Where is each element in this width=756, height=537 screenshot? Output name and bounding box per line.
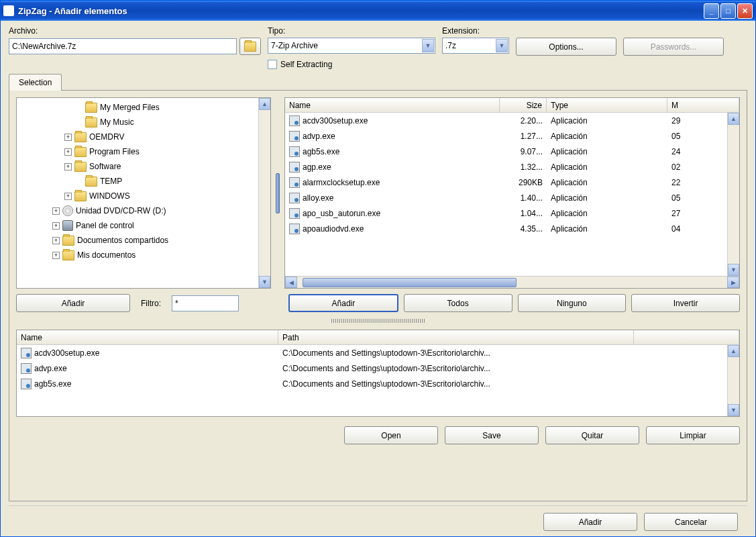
scroll-left-button[interactable]: ◀ — [285, 277, 297, 288]
expand-icon[interactable]: + — [52, 237, 60, 244]
scroll-up-button[interactable]: ▲ — [259, 98, 270, 110]
file-name: acdv300setup.exe — [303, 116, 368, 126]
col-sel-name[interactable]: Name — [17, 330, 278, 344]
sel-path: C:\Documents and Settings\uptodown-3\Esc… — [278, 348, 634, 358]
tree-item[interactable]: My Music — [19, 115, 268, 130]
cancelar-button[interactable]: Cancelar — [644, 513, 738, 531]
filtro-input[interactable] — [172, 295, 239, 311]
tree-item-label: Documentos compartidos — [77, 236, 168, 245]
file-row[interactable]: alarmxclocksetup.exe 290KB Aplicación 22 — [285, 175, 739, 190]
anadir-dialog-button[interactable]: Añadir — [543, 513, 637, 531]
expand-icon[interactable]: + — [52, 207, 60, 215]
archivo-input[interactable] — [9, 38, 237, 54]
scroll-right-button[interactable]: ▶ — [727, 277, 739, 288]
tree-item[interactable]: +OEMDRV — [19, 130, 268, 144]
sel-name: agb5s.exe — [34, 379, 71, 389]
exe-icon — [289, 115, 300, 126]
todos-button[interactable]: Todos — [404, 294, 512, 312]
tree-item[interactable]: +Documentos compartidos — [19, 233, 268, 248]
folder-icon — [85, 177, 97, 187]
file-name: agb5s.exe — [303, 147, 339, 156]
selected-row[interactable]: advp.exe C:\Documents and Settings\uptod… — [17, 360, 739, 376]
tree-item[interactable]: +Software — [19, 159, 268, 174]
expand-icon[interactable]: + — [52, 222, 60, 230]
selected-list[interactable]: Name Path acdv300setup.exe C:\Documents … — [16, 330, 740, 417]
scroll-up-button[interactable]: ▲ — [728, 345, 739, 357]
sel-name: acdv300setup.exe — [34, 348, 99, 358]
tree-item[interactable]: TEMP — [19, 174, 268, 189]
save-button[interactable]: Save — [445, 426, 539, 444]
file-row[interactable]: alloy.exe 1.40... Aplicación 05 — [285, 190, 739, 205]
horizontal-scrollbar[interactable]: ◀ ▶ — [285, 276, 739, 288]
file-size: 290KB — [500, 178, 547, 187]
col-size[interactable]: Size — [500, 98, 547, 112]
chevron-down-icon: ▼ — [496, 39, 508, 52]
folder-icon — [244, 42, 256, 52]
tree-item-label: My Merged Files — [100, 103, 160, 112]
file-list[interactable]: Name Size Type M acdv300setup.exe 2.20..… — [284, 97, 740, 289]
expand-icon[interactable]: + — [64, 163, 72, 170]
file-row[interactable]: apo_usb_autorun.exe 1.04... Aplicación 2… — [285, 205, 739, 221]
tree-item-label: Panel de control — [76, 221, 134, 230]
tree-item[interactable]: My Merged Files — [19, 100, 268, 115]
scrollbar-track[interactable] — [259, 110, 270, 276]
folder-icon — [62, 250, 74, 260]
extension-combo[interactable]: .7z ▼ — [442, 38, 509, 54]
tipo-value: 7-Zip Archive — [271, 41, 318, 50]
scrollbar-track[interactable] — [728, 125, 739, 264]
exe-icon — [21, 363, 32, 374]
file-row[interactable]: advp.exe 1.27... Aplicación 05 — [285, 128, 739, 144]
file-row[interactable]: apoaudiodvd.exe 4.35... Aplicación 04 — [285, 221, 739, 236]
expand-icon[interactable]: + — [64, 148, 72, 156]
file-type: Aplicación — [547, 224, 667, 234]
tree-item[interactable]: +Program Files — [19, 144, 268, 159]
horizontal-splitter[interactable] — [16, 318, 740, 324]
scroll-down-button[interactable]: ▼ — [259, 276, 270, 288]
tipo-combo[interactable]: 7-Zip Archive ▼ — [268, 38, 435, 54]
sel-path: C:\Documents and Settings\uptodown-3\Esc… — [278, 364, 634, 373]
self-extracting-checkbox[interactable] — [268, 60, 277, 69]
quitar-button[interactable]: Quitar — [545, 426, 639, 444]
expand-icon[interactable]: + — [52, 252, 60, 259]
scroll-down-button[interactable]: ▼ — [728, 404, 739, 416]
limpiar-button[interactable]: Limpiar — [646, 426, 740, 444]
folder-tree[interactable]: My Merged FilesMy Music+OEMDRV+Program F… — [16, 97, 271, 289]
maximize-button[interactable]: □ — [720, 3, 736, 19]
anadir-tree-button[interactable]: Añadir — [16, 294, 130, 312]
open-button[interactable]: Open — [344, 426, 438, 444]
scroll-up-button[interactable]: ▲ — [728, 113, 739, 125]
col-type[interactable]: Type — [547, 98, 667, 112]
anadir-list-button[interactable]: Añadir — [288, 294, 398, 312]
file-size: 4.35... — [500, 224, 547, 234]
selected-row[interactable]: agb5s.exe C:\Documents and Settings\upto… — [17, 376, 739, 391]
tree-item[interactable]: +Mis documentos — [19, 248, 268, 262]
scrollbar-track[interactable] — [728, 357, 739, 404]
file-row[interactable]: acdv300setup.exe 2.20... Aplicación 29 — [285, 113, 739, 128]
col-modified[interactable]: M — [667, 98, 739, 112]
file-row[interactable]: agp.exe 1.32... Aplicación 02 — [285, 159, 739, 175]
selected-row[interactable]: acdv300setup.exe C:\Documents and Settin… — [17, 345, 739, 360]
invertir-button[interactable]: Invertir — [631, 294, 740, 312]
tree-item[interactable]: +Unidad DVD/CD-RW (D:) — [19, 203, 268, 218]
file-type: Aplicación — [547, 132, 667, 141]
minimize-button[interactable]: _ — [704, 3, 719, 19]
tab-selection[interactable]: Selection — [9, 74, 62, 91]
window-title: ZipZag - Añadir elementos — [18, 6, 704, 16]
options-button[interactable]: Options... — [516, 38, 616, 56]
tree-item[interactable]: +Panel de control — [19, 218, 268, 233]
col-sel-blank[interactable] — [634, 330, 739, 344]
browse-button[interactable] — [239, 38, 261, 55]
expand-icon[interactable]: + — [64, 193, 72, 200]
tree-item[interactable]: +WINDOWS — [19, 189, 268, 203]
col-name[interactable]: Name — [285, 98, 500, 112]
close-button[interactable]: ✕ — [737, 3, 753, 19]
vertical-splitter[interactable] — [275, 97, 280, 289]
scroll-down-button[interactable]: ▼ — [728, 264, 739, 276]
file-row[interactable]: agb5s.exe 9.07... Aplicación 24 — [285, 144, 739, 159]
extension-label: Extension: — [442, 26, 509, 36]
ninguno-button[interactable]: Ninguno — [518, 294, 627, 312]
col-sel-path[interactable]: Path — [278, 330, 634, 344]
expand-icon[interactable]: + — [64, 134, 72, 141]
tree-item-label: Mis documentos — [77, 250, 136, 260]
titlebar[interactable]: ZipZag - Añadir elementos _ □ ✕ — [1, 1, 755, 21]
